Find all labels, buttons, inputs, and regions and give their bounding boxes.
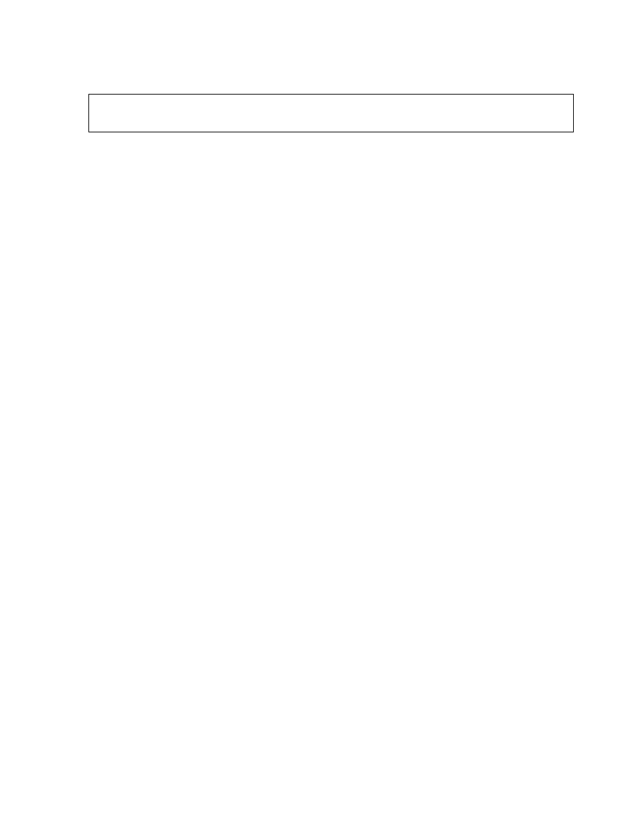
empty-rectangle-box bbox=[88, 94, 574, 132]
